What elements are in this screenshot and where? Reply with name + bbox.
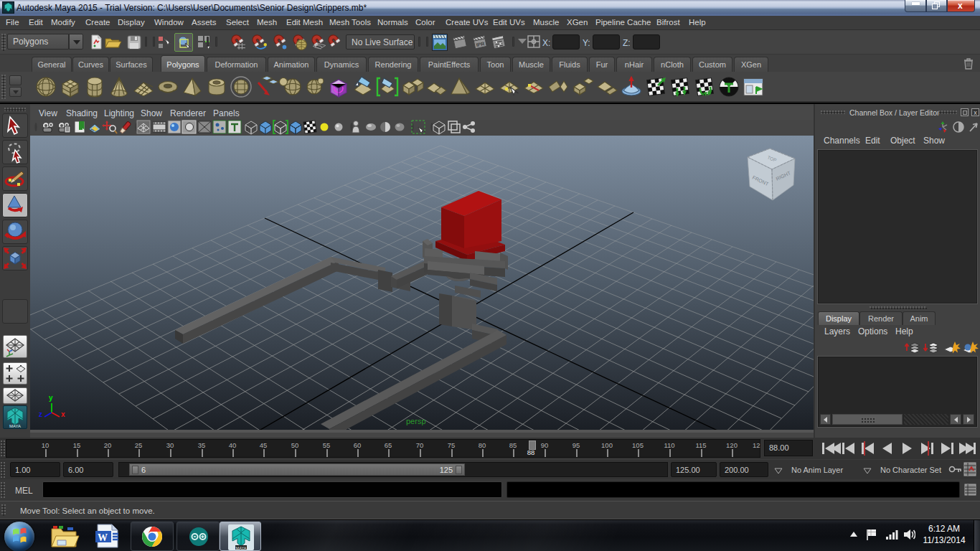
svg-text:y: y [49,394,53,402]
svg-text:z: z [39,410,42,418]
svg-text:persp: persp [406,417,426,425]
svg-text:W: W [98,532,108,543]
svg-text:MAYA: MAYA [9,424,21,428]
svg-text:MAYA: MAYA [236,546,247,550]
svg-text:x: x [61,410,65,418]
